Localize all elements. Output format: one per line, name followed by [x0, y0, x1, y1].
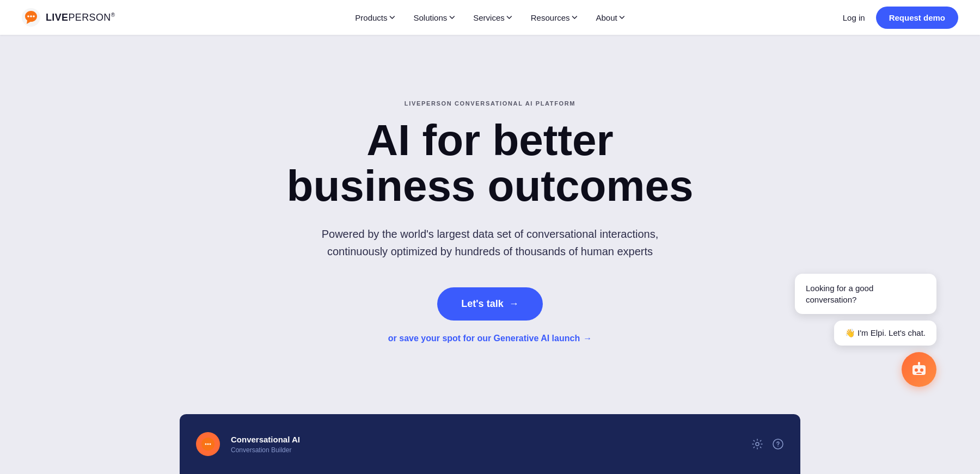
- svg-point-5: [915, 368, 918, 372]
- chevron-down-icon: [572, 15, 577, 20]
- svg-rect-7: [916, 373, 922, 374]
- nav-item-solutions[interactable]: Solutions: [406, 9, 463, 27]
- navbar: LIVEPERSON® Products Solutions Services …: [0, 0, 980, 35]
- nav-links: Products Solutions Services Resources Ab…: [347, 9, 632, 27]
- preview-icons: [751, 438, 784, 450]
- logo-wordmark: LIVEPERSON®: [46, 12, 115, 23]
- liveperson-logo-icon: [22, 8, 40, 27]
- preview-subtitle: Conversation Builder: [231, 446, 300, 454]
- svg-point-14: [756, 442, 759, 446]
- svg-point-1: [27, 15, 29, 17]
- bottom-preview-bar: Conversational AI Conversation Builder: [180, 414, 800, 474]
- chevron-down-icon: [507, 15, 512, 20]
- nav-item-products[interactable]: Products: [347, 9, 402, 27]
- preview-text: Conversational AI Conversation Builder: [231, 435, 300, 454]
- chat-bubble-greeting: Looking for a good conversation?: [795, 274, 936, 314]
- generative-ai-launch-link[interactable]: or save your spot for our Generative AI …: [388, 334, 592, 343]
- chat-bot-icon: [910, 361, 928, 378]
- svg-point-3: [33, 15, 35, 17]
- request-demo-button[interactable]: Request demo: [876, 7, 958, 29]
- chat-bubble-elpi: 👋 I'm Elpi. Let's chat.: [834, 321, 936, 346]
- nav-actions: Log in Request demo: [843, 7, 958, 29]
- svg-point-2: [30, 15, 32, 17]
- hero-subtitle: Powered by the world's largest data set …: [294, 225, 686, 260]
- hero-title: AI for better business outcomes: [287, 118, 694, 209]
- svg-point-13: [210, 444, 211, 445]
- svg-point-16: [777, 446, 779, 447]
- chat-avatar-button[interactable]: [902, 352, 936, 387]
- preview-title: Conversational AI: [231, 435, 300, 444]
- hero-title-line2: business outcomes: [287, 162, 694, 210]
- settings-icon[interactable]: [751, 438, 763, 450]
- help-icon[interactable]: [772, 438, 784, 450]
- chevron-down-icon: [620, 15, 625, 20]
- nav-item-resources[interactable]: Resources: [523, 9, 585, 27]
- hero-eyebrow: LIVEPERSON CONVERSATIONAL AI PLATFORM: [405, 100, 575, 107]
- nav-item-about[interactable]: About: [588, 9, 632, 27]
- chevron-down-icon: [390, 15, 395, 20]
- chat-widget-area: Looking for a good conversation? 👋 I'm E…: [795, 274, 936, 387]
- preview-logo-icon: [201, 438, 215, 451]
- login-link[interactable]: Log in: [843, 13, 865, 22]
- hero-section: LIVEPERSON CONVERSATIONAL AI PLATFORM AI…: [0, 35, 980, 474]
- chevron-down-icon: [449, 15, 455, 20]
- svg-point-12: [207, 444, 209, 445]
- logo[interactable]: LIVEPERSON®: [22, 8, 115, 27]
- hero-title-line1: AI for better: [366, 116, 613, 164]
- preview-logo: [196, 432, 220, 456]
- nav-item-services[interactable]: Services: [465, 9, 520, 27]
- lets-talk-button[interactable]: Let's talk →: [437, 287, 542, 321]
- svg-point-11: [205, 444, 207, 445]
- svg-point-9: [918, 362, 920, 364]
- svg-point-6: [920, 368, 923, 372]
